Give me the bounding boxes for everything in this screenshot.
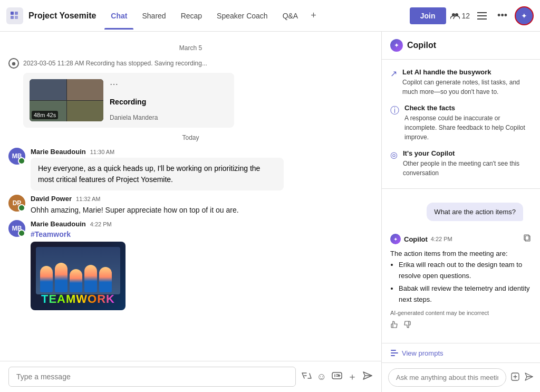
gif-icon[interactable] (332, 371, 342, 383)
feedback-icons (390, 320, 532, 331)
message-3: MB Marie Beaudouin 4:22 PM #Teamwork (8, 220, 373, 310)
nav-tabs: Chat Shared Recap Speaker Coach Q&A + (104, 7, 409, 24)
recording-icon: ⏺ (8, 58, 19, 69)
date-separator-march5: March 5 (8, 44, 373, 52)
copilot-input-bar (382, 362, 540, 392)
attach-icon[interactable]: ＋ (348, 370, 357, 383)
message-hashtag: #Teamwork (31, 230, 373, 238)
svg-rect-8 (477, 18, 487, 20)
gif-person-2 (55, 263, 68, 292)
facts-icon: ⓘ (390, 104, 399, 117)
copilot-tips: ↗ Let AI handle the busywork Copilot can… (382, 60, 540, 186)
tip-private-title: It's your Copilot (403, 149, 532, 157)
copilot-response-logo: ✦ (390, 234, 401, 244)
recording-duration: 48m 42s (32, 111, 58, 119)
recording-menu-icon[interactable]: ⋯ (110, 79, 118, 89)
copilot-response-header: ✦ Copilot 4:22 PM (390, 234, 532, 244)
app-icon[interactable] (6, 7, 23, 24)
join-button[interactable]: Join (410, 7, 446, 24)
svg-rect-2 (11, 16, 14, 19)
nav-right: Join 12 ••• ✦ (410, 6, 534, 25)
tab-speaker-coach[interactable]: Speaker Coach (210, 7, 274, 24)
thumbs-down-icon[interactable] (403, 320, 411, 331)
copilot-toggle-button[interactable]: ✦ (515, 6, 534, 25)
message-time-3: 4:22 PM (90, 221, 112, 227)
tip-private-desc: Other people in the meeting can't see th… (403, 159, 532, 178)
thumbs-up-icon[interactable] (390, 320, 399, 331)
tip-private: ◎ It's your Copilot Other people in the … (390, 149, 532, 178)
tab-shared[interactable]: Shared (136, 7, 172, 24)
tab-qa[interactable]: Q&A (276, 7, 305, 24)
copilot-input[interactable] (388, 368, 506, 387)
svg-rect-14 (391, 355, 395, 356)
participants-count: 12 (462, 12, 470, 20)
tip-facts-content: Check the facts A response could be inac… (404, 104, 532, 142)
recording-card[interactable]: 48m 42s ⋯ Recording Daniela Mandera (23, 73, 234, 128)
tip-facts: ⓘ Check the facts A response could be in… (390, 104, 532, 142)
copilot-response-name: Copilot (404, 235, 428, 243)
avatar-marie-1: MB (8, 148, 25, 165)
teamwork-gif: TEAMWORK (31, 242, 126, 310)
add-tab-button[interactable]: + (306, 8, 321, 23)
message-header-1: Marie Beaudouin 11:30 AM (31, 148, 373, 156)
gif-people (36, 247, 120, 294)
message-1: MB Marie Beaudouin 11:30 AM Hey everyone… (8, 148, 373, 190)
tip-busywork-desc: Copilot can generate notes, list tasks, … (402, 78, 532, 97)
response-items-list: Erika will reach out to the design team … (390, 260, 532, 305)
message-header-3: Marie Beaudouin 4:22 PM (31, 220, 373, 228)
message-2: DP David Power 11:32 AM Ohhh amazing, Ma… (8, 195, 373, 216)
message-bubble-1: Hey everyone, as a quick heads up, I'll … (31, 158, 284, 190)
view-prompts-label: View prompts (402, 349, 443, 357)
chat-input-bar: ☺ ＋ (0, 361, 381, 392)
svg-rect-0 (11, 12, 14, 15)
date-separator-today: Today (8, 134, 373, 141)
more-options-button[interactable]: ••• (494, 8, 510, 23)
message-time-2: 11:32 AM (76, 196, 100, 202)
hashtag-text: #Teamwork (31, 230, 71, 238)
project-title: Project Yosemite (28, 11, 96, 21)
copilot-icon: ✦ (521, 12, 527, 20)
format-icon[interactable] (301, 371, 312, 383)
tab-chat[interactable]: Chat (104, 7, 133, 24)
copilot-header: ✦ Copilot (382, 32, 540, 60)
participants-icon (450, 12, 460, 20)
send-icon[interactable] (362, 371, 373, 383)
copy-icon[interactable] (523, 234, 532, 244)
copilot-send-icon[interactable] (524, 372, 534, 384)
emoji-icon[interactable]: ☺ (317, 371, 326, 383)
gif-person-5 (99, 267, 112, 292)
copilot-panel: ✦ Copilot ↗ Let AI handle the busywork C… (382, 32, 540, 392)
copilot-logo-icon: ✦ (394, 42, 399, 49)
system-message-text: 2023-03-05 11:28 AM Recording has stoppe… (23, 60, 207, 67)
participants-badge: 12 (450, 12, 470, 20)
tip-busywork-content: Let AI handle the busywork Copilot can g… (402, 68, 532, 97)
avatar-marie-2: MB (8, 220, 25, 237)
response-intro: The action items from the meeting are: (390, 250, 508, 257)
copilot-response-time: 4:22 PM (431, 236, 452, 242)
response-item-2: Babak will review the telemetry and iden… (399, 283, 532, 305)
gif-person-3 (70, 269, 82, 292)
list-view-button[interactable] (474, 10, 490, 22)
chat-messages: March 5 ⏺ 2023-03-05 11:28 AM Recording … (0, 32, 381, 361)
tip-private-content: It's your Copilot Other people in the me… (403, 149, 532, 178)
tab-recap[interactable]: Recap (175, 7, 208, 24)
copilot-title: Copilot (407, 41, 436, 50)
message-content-3: Marie Beaudouin 4:22 PM #Teamwork (31, 220, 373, 310)
svg-rect-3 (15, 16, 18, 19)
view-prompts-bar[interactable]: View prompts (382, 343, 540, 362)
ai-disclaimer: AI-generated content may be incorrect (390, 310, 532, 316)
avatar-david: DP (8, 195, 25, 212)
tip-busywork: ↗ Let AI handle the busywork Copilot can… (390, 68, 532, 97)
gif-person-4 (84, 265, 97, 292)
response-item-1: Erika will reach out to the design team … (399, 260, 532, 282)
copilot-response-text: The action items from the meeting are: E… (390, 248, 532, 305)
message-content-2: David Power 11:32 AM Ohhh amazing, Marie… (31, 195, 373, 216)
user-question-bubble: What are the action items? (427, 203, 523, 221)
gif-person-1 (40, 266, 53, 292)
copilot-response: ✦ Copilot 4:22 PM The action items from … (382, 227, 540, 337)
message-author-1: Marie Beaudouin (31, 148, 86, 156)
chat-input[interactable] (8, 367, 296, 387)
copilot-attach-icon[interactable] (510, 372, 520, 384)
copilot-body: ↗ Let AI handle the busywork Copilot can… (382, 60, 540, 343)
svg-rect-6 (477, 12, 487, 13)
